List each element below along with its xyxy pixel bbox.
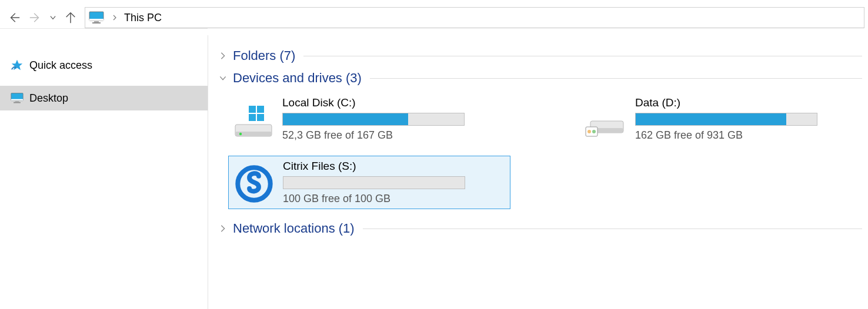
svg-marker-4 [12,60,22,70]
drive-name: Data (D:) [635,96,824,109]
svg-rect-12 [257,114,264,121]
drive-free-text: 162 GB free of 931 GB [635,129,824,142]
drive-name: Local Disk (C:) [282,96,507,109]
recent-locations-button[interactable] [46,14,60,22]
divider [363,229,862,229]
up-button[interactable] [60,7,81,28]
citrix-files-icon [232,160,276,203]
drive-info: Data (D:) 162 GB free of 931 GB [635,96,824,142]
divider [303,56,862,56]
drive-icon [232,96,275,140]
drive-info: Local Disk (C:) 52,3 GB free of 167 GB [282,96,507,142]
drive-grid: Local Disk (C:) 52,3 GB free of 167 GB [216,93,862,209]
navigation-pane: Quick access Desktop [0,35,208,309]
drive-free-text: 100 GB free of 100 GB [283,193,506,205]
svg-rect-7 [15,101,19,102]
sidebar-item-label: Desktop [29,92,68,105]
drive-name: Citrix Files (S:) [283,160,506,173]
chevron-right-icon[interactable] [111,13,118,23]
quick-access-icon [11,59,24,72]
drive-info: Citrix Files (S:) 100 GB free of 100 GB [283,160,506,205]
svg-rect-8 [14,102,21,103]
explorer-window: This PC Quick access [0,0,868,309]
svg-rect-6 [11,99,23,101]
svg-rect-10 [257,106,264,113]
topbar: This PC [0,0,868,35]
section-title: Folders (7) [233,48,295,63]
drive-usage-bar [282,113,465,126]
this-pc-icon [89,11,104,24]
svg-rect-2 [94,21,99,22]
breadcrumb-this-pc[interactable]: This PC [122,12,164,24]
section-folders[interactable]: Folders (7) [216,48,862,63]
drive-usage-bar [283,176,465,189]
drive-data-d[interactable]: Data (D:) 162 GB free of 931 GB [581,93,828,145]
section-network[interactable]: Network locations (1) [216,221,862,236]
sidebar-item-quick-access[interactable]: Quick access [0,53,208,78]
svg-point-21 [592,130,596,133]
svg-rect-3 [92,22,101,23]
drive-citrix-files-s[interactable]: Citrix Files (S:) 100 GB free of 100 GB [228,156,510,209]
chevron-down-icon [216,72,229,85]
divider [370,78,862,79]
svg-rect-11 [249,114,256,121]
svg-point-20 [587,130,591,133]
body: Quick access Desktop [0,35,868,309]
desktop-icon [11,92,24,105]
svg-point-15 [239,133,242,135]
sidebar-item-desktop[interactable]: Desktop [0,86,208,110]
section-title: Network locations (1) [233,221,355,236]
content-pane: Folders (7) Devices and drives (3) [208,35,868,309]
chevron-right-icon [216,222,229,235]
section-drives[interactable]: Devices and drives (3) [216,70,862,86]
drive-local-disk-c[interactable]: Local Disk (C:) 52,3 GB free of 167 GB [228,93,510,145]
forward-button[interactable] [25,7,46,28]
drive-icon [585,96,628,140]
svg-rect-9 [249,106,256,113]
address-bar[interactable]: This PC [85,7,864,28]
sidebar-item-label: Quick access [29,59,92,72]
drive-free-text: 52,3 GB free of 167 GB [282,129,507,142]
drive-usage-bar [635,113,817,126]
back-button[interactable] [4,7,25,28]
svg-rect-1 [89,19,104,21]
section-title: Devices and drives (3) [233,70,362,86]
chevron-right-icon [216,49,229,62]
